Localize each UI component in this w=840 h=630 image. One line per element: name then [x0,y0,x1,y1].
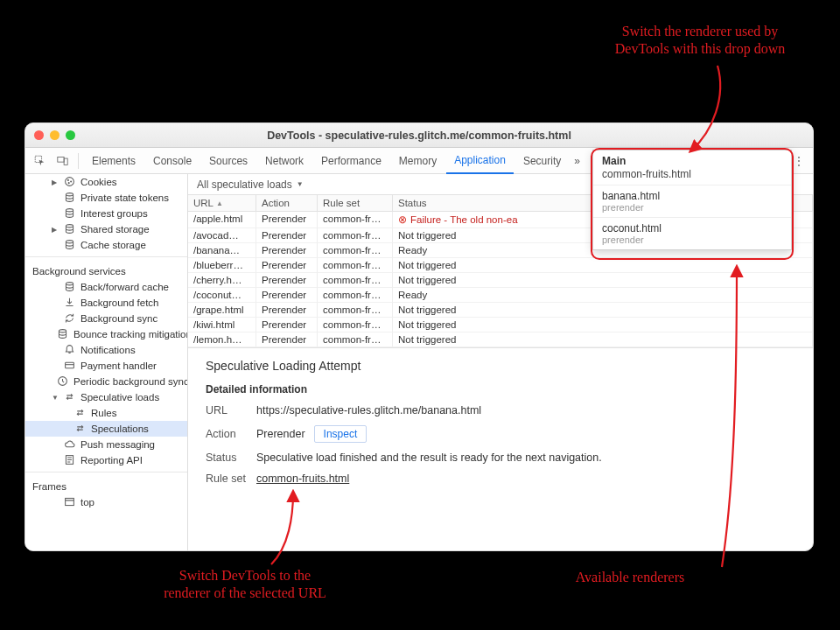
detail-status-key: Status [206,452,256,464]
table-cell[interactable]: Prerender [256,228,318,243]
table-cell[interactable]: common-fr… [318,303,393,318]
renderer-option-banana[interactable]: banana.html prerender [593,186,791,218]
table-cell[interactable]: common-fr… [318,212,393,228]
sidebar-item[interactable]: ▼Speculative loads [25,389,187,405]
column-header[interactable]: Action [256,195,318,212]
device-toolbar-icon[interactable] [52,150,73,172]
tab-sources[interactable]: Sources [201,148,256,173]
sidebar-item-label: Payment handler [80,360,157,371]
detail-pane: Speculative Loading Attempt Detailed inf… [188,348,813,550]
sidebar-item[interactable]: Background fetch [25,295,187,311]
sidebar-item-label: Background fetch [80,298,159,308]
table-cell[interactable]: /banana… [188,243,256,258]
inspect-element-icon[interactable] [29,150,50,172]
table-cell[interactable]: Not triggered [393,332,813,347]
table-cell[interactable]: common-fr… [318,243,393,258]
table-cell[interactable]: /blueberr… [188,258,256,273]
table-cell[interactable]: Prerender [256,243,318,258]
table-cell[interactable]: Prerender [256,332,318,347]
table-cell[interactable]: Not triggered [393,303,813,318]
sidebar-item-label: Private state tokens [80,192,169,203]
sidebar-item[interactable]: Payment handler [25,358,187,374]
sidebar-item[interactable]: ▶Cookies [25,174,187,190]
detail-url-value: https://speculative-rules.glitch.me/bana… [256,404,481,416]
sidebar-section-bg: Background services [25,261,187,279]
sidebar-item[interactable]: Reporting API [25,452,187,468]
cookie-icon [64,176,75,189]
sidebar-section-frames: Frames [25,476,187,494]
more-tabs-button[interactable]: » [570,148,584,173]
tab-security[interactable]: Security [515,148,569,173]
table-cell[interactable]: Prerender [256,318,318,332]
sidebar-item-label: Speculative loads [80,392,159,402]
table-cell[interactable]: /grape.html [188,303,256,318]
inspect-button[interactable]: Inspect [314,425,368,443]
annotation-top: Switch the renderer used byDevTools with… [586,23,814,58]
table-cell[interactable]: Not triggered [393,273,813,288]
table-cell[interactable]: Prerender [256,273,318,288]
table-cell[interactable]: common-fr… [318,318,393,332]
sidebar-item[interactable]: Push messaging [25,437,187,452]
sidebar-item[interactable]: Interest groups [25,206,187,221]
renderer-option-main[interactable]: Main common-fruits.html [593,150,791,186]
sidebar-item-label: Background sync [80,313,158,324]
tab-console[interactable]: Console [145,148,200,173]
sidebar-item[interactable]: Speculations [25,421,187,437]
table-cell[interactable]: Not triggered [393,258,813,273]
table-cell[interactable]: common-fr… [318,332,393,347]
table-cell[interactable]: common-fr… [318,228,393,243]
detail-ruleset-link[interactable]: common-fruits.html [256,472,349,485]
sidebar-item[interactable]: Periodic background sync [25,374,187,389]
tab-performance[interactable]: Performance [313,148,389,173]
table-cell[interactable]: /avocad… [188,228,256,243]
chevron-down-icon: ▼ [297,180,304,188]
svg-point-11 [66,224,73,227]
sidebar-item[interactable]: Back/forward cache [25,279,187,295]
sidebar-item[interactable]: Bounce tracking mitigations [25,326,187,342]
table-cell[interactable]: /coconut… [188,288,256,303]
detail-action-key: Action [206,428,256,440]
table-cell[interactable]: /lemon.h… [188,332,256,347]
swap-icon [74,423,86,436]
column-header[interactable]: Rule set [318,195,393,212]
download-icon [64,297,75,310]
sidebar-item[interactable]: ▶Shared storage [25,221,187,237]
sidebar-item[interactable]: Background sync [25,311,187,326]
tab-application[interactable]: Application [446,149,514,174]
db-icon [64,281,75,294]
column-header[interactable]: URL▲ [188,195,256,212]
table-cell[interactable]: Prerender [256,212,318,228]
sidebar-item[interactable]: Cache storage [25,237,187,253]
renderer-option-coconut[interactable]: coconut.html prerender [593,218,791,249]
table-cell[interactable]: common-fr… [318,273,393,288]
sidebar-item-label: Shared storage [80,224,150,234]
table-cell[interactable]: /cherry.h… [188,273,256,288]
sidebar-item-label: Speculations [91,424,149,434]
annotation-bottom-right: Available renderers [542,569,718,586]
table-cell[interactable]: /apple.html [188,212,256,228]
table-cell[interactable]: common-fr… [318,258,393,273]
renderer-dropdown: Main common-fruits.html banana.html prer… [592,150,792,250]
card-icon [64,360,75,373]
table-cell[interactable]: Not triggered [393,318,813,332]
table-cell[interactable]: /kiwi.html [188,318,256,332]
sidebar-item[interactable]: Private state tokens [25,190,187,206]
tab-network[interactable]: Network [257,148,312,173]
tab-elements[interactable]: Elements [84,148,144,173]
table-cell[interactable]: Prerender [256,258,318,273]
table-cell[interactable]: Ready [393,288,813,303]
filter-label: All speculative loads [197,178,292,191]
table-cell[interactable]: Prerender [256,303,318,318]
db-icon [64,192,75,205]
table-cell[interactable]: Prerender [256,288,318,303]
sidebar-item[interactable]: top [25,494,187,510]
sidebar-item-label: top [80,497,94,508]
error-circle-icon: ⊗ [398,214,407,226]
table-cell[interactable]: common-fr… [318,288,393,303]
window-title: DevTools - speculative-rules.glitch.me/c… [25,130,813,142]
svg-rect-2 [57,157,63,162]
tab-memory[interactable]: Memory [391,148,444,173]
sidebar-item[interactable]: Rules [25,405,187,421]
sidebar-item-label: Notifications [80,345,136,355]
sidebar-item[interactable]: Notifications [25,342,187,358]
